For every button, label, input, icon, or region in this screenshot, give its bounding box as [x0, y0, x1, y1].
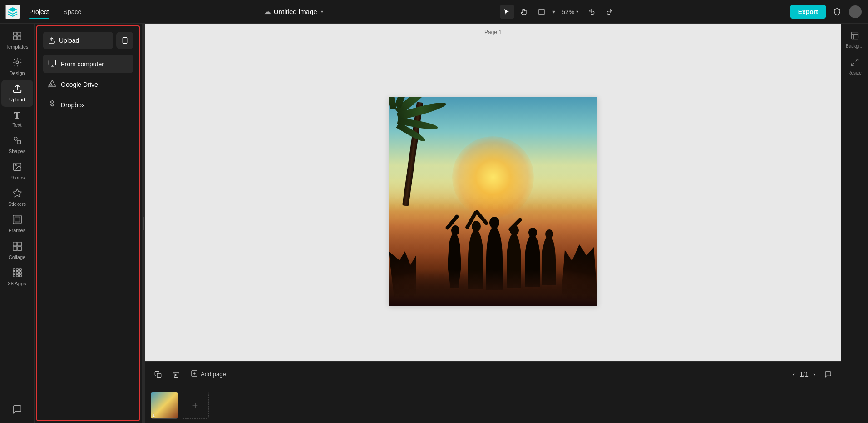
avatar-button[interactable] — [848, 5, 863, 19]
doc-title-area[interactable]: ☁ Untitled image ▾ — [260, 5, 327, 18]
sidebar-item-design[interactable]: Design — [1, 54, 33, 80]
photos-icon — [12, 162, 22, 173]
sidebar-item-templates[interactable]: Templates — [1, 27, 33, 54]
svg-rect-12 — [15, 217, 20, 222]
sidebar-label-templates: Templates — [5, 44, 28, 50]
background-button[interactable]: Backgr... — [842, 27, 868, 52]
svg-rect-24 — [16, 274, 18, 277]
canvas-scroll: Page 1 — [145, 24, 841, 361]
sidebar-label-collage: Collage — [9, 254, 25, 260]
tab-space[interactable]: Space — [58, 5, 87, 18]
dropbox-option[interactable]: Dropbox — [43, 95, 133, 114]
apps-icon — [12, 268, 22, 279]
svg-rect-11 — [13, 215, 21, 224]
add-page-button[interactable]: Add page — [187, 370, 230, 378]
page-thumbnail-1[interactable]: 1 — [151, 392, 178, 419]
upload-icon — [12, 84, 22, 95]
sidebar-item-chat[interactable] — [1, 401, 33, 419]
sidebar-label-apps: 88 Apps — [8, 281, 26, 287]
undo-button[interactable] — [585, 5, 599, 19]
sidebar: Templates Design Upload T Text Shapes — [0, 24, 35, 423]
svg-rect-8 — [17, 140, 20, 144]
sidebar-item-text[interactable]: T Text — [1, 107, 33, 132]
chat-icon — [12, 404, 22, 416]
background-label: Backgr... — [846, 44, 863, 49]
export-button[interactable]: Export — [790, 5, 826, 19]
prev-page-button[interactable]: ‹ — [791, 368, 797, 380]
svg-rect-4 — [17, 36, 20, 40]
pointer-tool-button[interactable] — [500, 5, 514, 19]
comments-button[interactable] — [821, 367, 835, 382]
svg-rect-1 — [13, 32, 16, 35]
topbar-left: Project Space — [5, 5, 87, 19]
sidebar-item-photos[interactable]: Photos — [1, 158, 33, 184]
upload-button-label: Upload — [59, 37, 79, 44]
google-drive-label: Google Drive — [61, 81, 98, 88]
right-panel: Backgr... Resize — [841, 24, 868, 423]
zoom-level: 52% — [562, 8, 574, 15]
upload-panel-header: Upload — [43, 32, 133, 49]
google-drive-option[interactable]: Google Drive — [43, 75, 133, 94]
thumb-page-number: 1 — [153, 413, 155, 418]
doc-title: Untitled image — [274, 8, 317, 15]
sidebar-label-upload: Upload — [9, 97, 25, 103]
upload-button[interactable]: Upload — [43, 32, 113, 49]
canvas-footer: Add page ‹ 1/1 › 1 + — [145, 361, 841, 423]
delete-page-button[interactable] — [169, 367, 183, 382]
text-icon: T — [14, 110, 20, 120]
redo-button[interactable] — [602, 5, 616, 19]
google-drive-icon — [48, 80, 56, 89]
page-nav: ‹ 1/1 › — [791, 368, 817, 380]
svg-point-7 — [14, 137, 17, 140]
shapes-icon — [12, 135, 22, 147]
topbar: Project Space ☁ Untitled image ▾ ▾ 52% ▾ — [0, 0, 868, 24]
svg-rect-25 — [19, 274, 21, 277]
frame-tool-chevron-icon: ▾ — [552, 9, 555, 15]
sidebar-label-photos: Photos — [9, 175, 25, 181]
svg-rect-15 — [13, 246, 16, 250]
topbar-right: Export — [790, 5, 863, 19]
add-page-thumbnail-button[interactable]: + — [182, 392, 209, 419]
next-page-button[interactable]: › — [811, 368, 817, 380]
frames-icon — [12, 214, 22, 226]
sidebar-item-upload[interactable]: Upload — [1, 80, 33, 106]
canvas-page[interactable] — [389, 97, 597, 306]
svg-rect-16 — [17, 246, 21, 250]
thumbnail-strip: 1 + — [145, 387, 841, 423]
svg-rect-20 — [13, 271, 15, 274]
frame-tool-button[interactable] — [534, 5, 549, 19]
bottom-action-bar: Add page ‹ 1/1 › — [145, 361, 841, 387]
sidebar-item-frames[interactable]: Frames — [1, 211, 33, 237]
sidebar-label-frames: Frames — [9, 228, 25, 234]
sidebar-item-collage[interactable]: Collage — [1, 238, 33, 264]
duplicate-page-button[interactable] — [151, 367, 165, 382]
resize-button[interactable]: Resize — [842, 54, 868, 79]
svg-rect-0 — [539, 9, 544, 15]
sidebar-item-stickers[interactable]: Stickers — [1, 184, 33, 211]
svg-point-5 — [16, 61, 19, 64]
add-page-label: Add page — [201, 371, 226, 378]
sidebar-label-design: Design — [9, 70, 25, 76]
sidebar-item-shapes[interactable]: Shapes — [1, 132, 33, 158]
svg-rect-19 — [19, 269, 21, 271]
zoom-chevron-icon: ▾ — [576, 9, 578, 14]
upload-mobile-button[interactable] — [116, 32, 133, 49]
logo-button[interactable] — [5, 5, 20, 19]
from-computer-option[interactable]: From computer — [43, 55, 133, 73]
panel-resize-handle[interactable] — [142, 24, 145, 423]
topbar-center: ☁ Untitled image ▾ — [260, 5, 327, 18]
svg-rect-2 — [17, 32, 20, 35]
svg-rect-13 — [13, 242, 16, 245]
zoom-control[interactable]: 52% ▾ — [558, 6, 582, 17]
sidebar-item-apps[interactable]: 88 Apps — [1, 264, 33, 290]
svg-rect-18 — [16, 269, 18, 271]
sidebar-label-text: Text — [12, 122, 21, 128]
tab-project[interactable]: Project — [24, 5, 54, 18]
svg-rect-17 — [13, 269, 15, 271]
svg-point-10 — [15, 164, 16, 166]
hand-tool-button[interactable] — [517, 5, 532, 19]
canvas-area: Page 1 — [145, 24, 841, 423]
svg-rect-36 — [851, 32, 858, 39]
add-page-icon — [191, 370, 198, 378]
shield-icon-button[interactable] — [830, 5, 844, 19]
